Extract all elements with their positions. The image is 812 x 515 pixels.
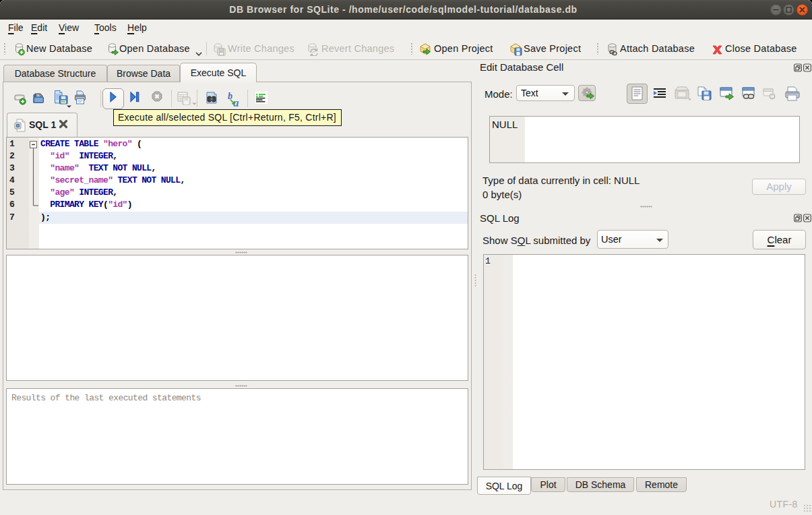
svg-text:b: b [228, 91, 232, 101]
